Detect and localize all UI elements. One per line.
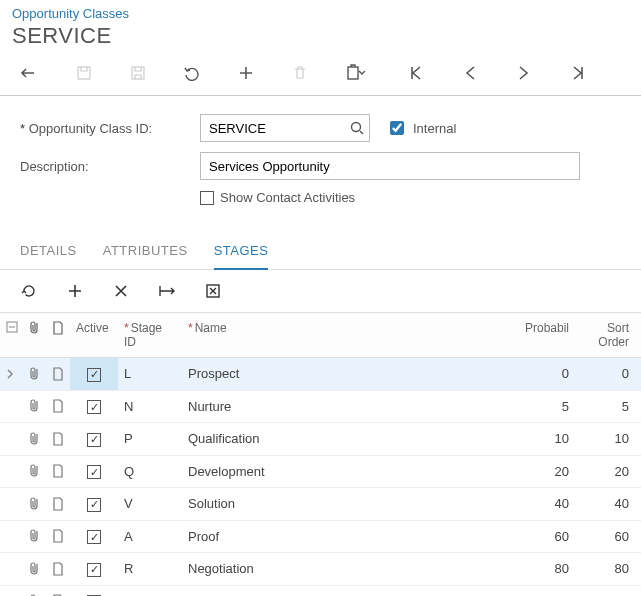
table-row[interactable]: WWon100100 <box>0 585 641 596</box>
expand-icon[interactable] <box>0 520 24 553</box>
expand-icon[interactable] <box>0 423 24 456</box>
class-id-label: Opportunity Class ID: <box>20 121 152 136</box>
table-row[interactable]: LProspect00 <box>0 358 641 391</box>
expand-icon[interactable] <box>0 488 24 521</box>
internal-checkbox[interactable] <box>390 121 404 135</box>
class-id-input[interactable] <box>200 114 370 142</box>
fit-columns-icon[interactable] <box>158 282 176 300</box>
active-checkbox[interactable] <box>70 488 118 521</box>
stage-name-cell: Development <box>182 455 501 488</box>
sort-order-cell: 100 <box>581 585 641 596</box>
col-files[interactable] <box>24 313 46 358</box>
prev-record-icon[interactable] <box>460 63 480 83</box>
col-sort-order[interactable]: Sort Order <box>581 313 641 358</box>
col-stage-id[interactable]: *Stage ID <box>118 313 182 358</box>
first-record-icon[interactable] <box>406 63 426 83</box>
note-icon[interactable] <box>46 358 70 391</box>
paperclip-icon[interactable] <box>24 390 46 423</box>
note-icon[interactable] <box>46 520 70 553</box>
page-title: SERVICE <box>0 21 641 59</box>
tab-details[interactable]: DETAILS <box>20 237 77 269</box>
expand-icon[interactable] <box>0 390 24 423</box>
table-row[interactable]: AProof6060 <box>0 520 641 553</box>
col-notes[interactable] <box>46 313 70 358</box>
probability-cell: 0 <box>501 358 581 391</box>
internal-label: Internal <box>413 121 456 136</box>
col-name[interactable]: *Name <box>182 313 501 358</box>
undo-icon[interactable] <box>182 63 202 83</box>
table-row[interactable]: RNegotiation8080 <box>0 553 641 586</box>
active-checkbox[interactable] <box>70 553 118 586</box>
paperclip-icon[interactable] <box>24 585 46 596</box>
delete-row-icon[interactable] <box>112 282 130 300</box>
stages-grid: Active *Stage ID *Name Probabil Sort Ord… <box>0 312 641 596</box>
show-contact-checkbox[interactable] <box>200 191 214 205</box>
refresh-icon[interactable] <box>20 282 38 300</box>
svg-rect-2 <box>348 67 358 79</box>
col-active[interactable]: Active <box>70 313 118 358</box>
active-checkbox[interactable] <box>70 423 118 456</box>
description-input[interactable] <box>200 152 580 180</box>
table-row[interactable]: QDevelopment2020 <box>0 455 641 488</box>
sort-order-cell: 20 <box>581 455 641 488</box>
form-section: Opportunity Class ID: Internal Descripti… <box>0 96 641 211</box>
col-probability[interactable]: Probabil <box>501 313 581 358</box>
note-icon[interactable] <box>46 455 70 488</box>
stage-id-cell: N <box>118 390 182 423</box>
paperclip-icon[interactable] <box>24 553 46 586</box>
tab-stages[interactable]: STAGES <box>214 237 269 270</box>
export-excel-icon[interactable] <box>204 282 222 300</box>
table-row[interactable]: PQualification1010 <box>0 423 641 456</box>
paperclip-icon[interactable] <box>24 520 46 553</box>
sort-order-cell: 80 <box>581 553 641 586</box>
active-checkbox[interactable] <box>70 585 118 596</box>
active-checkbox[interactable] <box>70 358 118 391</box>
probability-cell: 40 <box>501 488 581 521</box>
expand-icon[interactable] <box>0 358 24 391</box>
stage-name-cell: Nurture <box>182 390 501 423</box>
paperclip-icon[interactable] <box>24 488 46 521</box>
tab-attributes[interactable]: ATTRIBUTES <box>103 237 188 269</box>
active-checkbox[interactable] <box>70 520 118 553</box>
paperclip-icon[interactable] <box>24 358 46 391</box>
table-row[interactable]: VSolution4040 <box>0 488 641 521</box>
save-close-icon <box>74 63 94 83</box>
note-icon[interactable] <box>46 423 70 456</box>
paperclip-icon[interactable] <box>24 455 46 488</box>
stage-name-cell: Qualification <box>182 423 501 456</box>
next-record-icon[interactable] <box>514 63 534 83</box>
active-checkbox[interactable] <box>70 390 118 423</box>
probability-cell: 10 <box>501 423 581 456</box>
stage-id-cell: W <box>118 585 182 596</box>
sort-order-cell: 40 <box>581 488 641 521</box>
stage-id-cell: P <box>118 423 182 456</box>
stage-name-cell: Solution <box>182 488 501 521</box>
add-row-icon[interactable] <box>66 282 84 300</box>
paperclip-icon[interactable] <box>24 423 46 456</box>
stage-id-cell: V <box>118 488 182 521</box>
table-row[interactable]: NNurture55 <box>0 390 641 423</box>
show-contact-label: Show Contact Activities <box>220 190 355 205</box>
delete-icon <box>290 63 310 83</box>
sort-order-cell: 0 <box>581 358 641 391</box>
expand-icon[interactable] <box>0 585 24 596</box>
back-icon[interactable] <box>20 63 40 83</box>
col-config[interactable] <box>0 313 24 358</box>
breadcrumb[interactable]: Opportunity Classes <box>0 0 641 21</box>
active-checkbox[interactable] <box>70 455 118 488</box>
expand-icon[interactable] <box>0 455 24 488</box>
clipboard-dropdown-icon[interactable] <box>344 63 372 83</box>
main-toolbar <box>0 59 641 96</box>
probability-cell: 60 <box>501 520 581 553</box>
stage-name-cell: Proof <box>182 520 501 553</box>
internal-checkbox-wrap[interactable]: Internal <box>386 118 456 138</box>
note-icon[interactable] <box>46 585 70 596</box>
add-icon[interactable] <box>236 63 256 83</box>
expand-icon[interactable] <box>0 553 24 586</box>
note-icon[interactable] <box>46 553 70 586</box>
svg-rect-1 <box>132 67 144 79</box>
note-icon[interactable] <box>46 488 70 521</box>
note-icon[interactable] <box>46 390 70 423</box>
sort-order-cell: 10 <box>581 423 641 456</box>
last-record-icon[interactable] <box>568 63 588 83</box>
